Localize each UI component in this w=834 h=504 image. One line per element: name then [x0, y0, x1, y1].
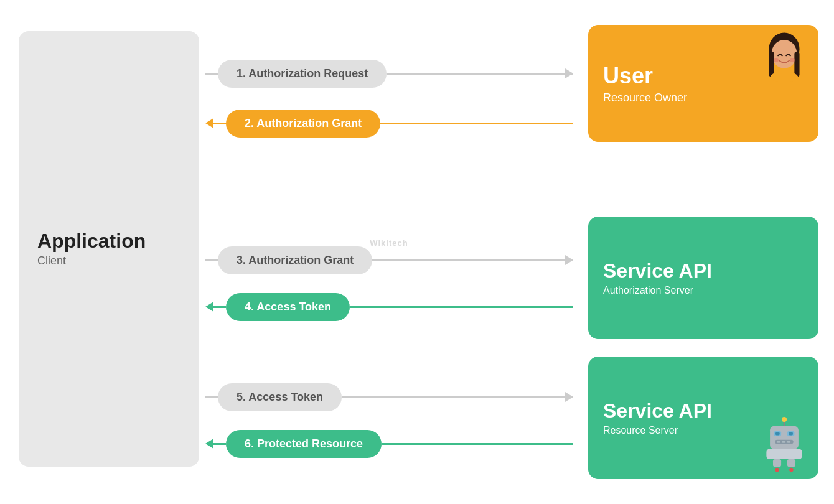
svg-rect-15 — [782, 441, 785, 442]
service-api-auth-panel: Service API Authorization Server — [588, 217, 818, 339]
svg-point-4 — [774, 58, 779, 62]
line-right-3 — [372, 259, 573, 261]
line-right-4 — [350, 306, 573, 308]
right-panels: User Resource Owner — [588, 25, 818, 479]
service-api-auth-title: Service API — [603, 259, 804, 282]
arrow-row-2: 2. Authorization Grant — [205, 109, 573, 138]
pill-5: 5. Access Token — [218, 383, 342, 411]
svg-rect-12 — [789, 432, 793, 436]
line-right-5 — [342, 396, 573, 398]
svg-rect-18 — [773, 459, 781, 467]
diagram-container: Application Client User Resource Owner — [0, 0, 834, 504]
line-left-4 — [213, 306, 226, 308]
arrow-label-3: 3. Authorization Grant — [237, 254, 354, 266]
client-title: Application — [37, 230, 146, 252]
svg-point-7 — [782, 417, 787, 422]
line-left-3 — [205, 259, 218, 261]
spacer2 — [588, 339, 818, 357]
line-left-6 — [213, 443, 226, 445]
client-subtitle: Client — [37, 254, 66, 268]
arrowhead-left-2 — [205, 118, 213, 128]
arrow-row-6: 6. Protected Resource — [205, 429, 573, 458]
svg-point-1 — [772, 40, 797, 68]
pill-4: 4. Access Token — [226, 293, 350, 321]
arrow-label-1: 1. Authorization Request — [237, 67, 368, 80]
arrow-label-4: 4. Access Token — [245, 301, 331, 313]
arrow-label-6: 6. Protected Resource — [245, 437, 363, 450]
arrow-label-2: 2. Authorization Grant — [245, 117, 362, 129]
robot-avatar — [756, 417, 812, 473]
svg-point-20 — [775, 468, 779, 472]
line-left-1 — [205, 73, 218, 75]
svg-rect-19 — [787, 459, 795, 467]
pill-6: 6. Protected Resource — [226, 430, 382, 458]
arrow-row-1: 1. Authorization Request — [205, 59, 573, 88]
service-api-auth-subtitle: Authorization Server — [603, 285, 804, 296]
pill-2: 2. Authorization Grant — [226, 110, 380, 138]
line-right-1 — [387, 73, 573, 75]
svg-rect-3 — [794, 52, 799, 77]
arrow-label-5: 5. Access Token — [237, 391, 323, 403]
user-panel: User Resource Owner — [588, 25, 818, 142]
svg-rect-17 — [766, 449, 802, 459]
line-left-2 — [213, 123, 226, 124]
svg-rect-2 — [769, 52, 774, 77]
client-panel: Application Client — [19, 31, 199, 467]
arrows-area: Wikitech 1. Authorization Request 2. Aut… — [205, 25, 573, 479]
arrowhead-right-5 — [565, 392, 573, 402]
arrow-row-5: 5. Access Token — [205, 383, 573, 411]
svg-rect-14 — [777, 441, 780, 442]
svg-rect-11 — [775, 432, 780, 436]
arrow-row-4: 4. Access Token — [205, 292, 573, 321]
pill-3: 3. Authorization Grant — [218, 246, 372, 274]
line-right-6 — [382, 443, 573, 445]
line-left-5 — [205, 396, 218, 398]
arrowhead-left-6 — [205, 439, 213, 449]
arrowhead-right-3 — [565, 255, 573, 265]
arrowhead-right-1 — [565, 68, 573, 78]
arrowhead-left-4 — [205, 302, 213, 312]
user-avatar — [756, 31, 812, 87]
pill-1: 1. Authorization Request — [218, 60, 387, 88]
service-api-resource-panel: Service API Resource Server — [588, 357, 818, 479]
svg-rect-16 — [787, 441, 790, 442]
svg-rect-8 — [770, 426, 799, 449]
arrow-row-3: 3. Authorization Grant — [205, 246, 573, 274]
svg-point-21 — [789, 468, 794, 472]
spacer1 — [588, 142, 818, 216]
svg-point-5 — [790, 58, 795, 62]
line-right-2 — [380, 123, 573, 124]
user-panel-subtitle: Resource Owner — [603, 91, 804, 105]
